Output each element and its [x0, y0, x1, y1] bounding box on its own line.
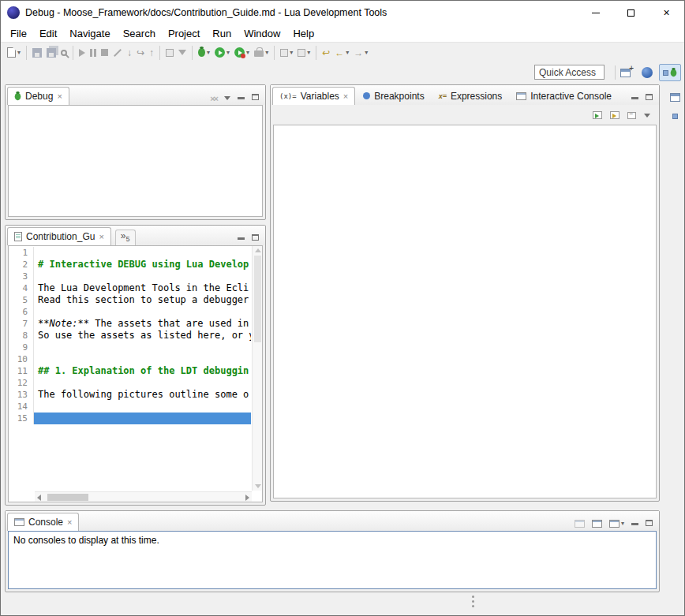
dropdown-icon[interactable]: ▾: [365, 49, 368, 56]
display-selected-console-icon[interactable]: [592, 520, 602, 528]
line-text[interactable]: Read this section to setup a debugger: [34, 294, 251, 306]
line-text[interactable]: The following pictures outline some o: [34, 389, 251, 401]
tab-contribution-guide[interactable]: Contribution_Gu ×: [7, 227, 111, 245]
tab-interactive-console[interactable]: Interactive Console: [510, 87, 618, 105]
maximize-view-icon[interactable]: [252, 94, 259, 100]
terminate-button[interactable]: [99, 44, 110, 62]
dropdown-icon[interactable]: ▾: [346, 49, 349, 56]
step-over-button[interactable]: ↪: [134, 44, 147, 62]
tab-debug[interactable]: Debug ×: [7, 87, 69, 105]
menu-navigate[interactable]: Navigate: [63, 26, 116, 41]
editor-line[interactable]: 5Read this section to setup a debugger: [9, 294, 251, 306]
open-console-button[interactable]: ▾: [609, 520, 624, 528]
tab-variables[interactable]: (x)= Variables ×: [272, 87, 355, 105]
line-text[interactable]: [34, 271, 251, 282]
line-text[interactable]: [34, 342, 251, 353]
dropdown-icon[interactable]: ▾: [226, 49, 230, 56]
menu-edit[interactable]: Edit: [33, 26, 63, 41]
scroll-right-icon[interactable]: [245, 495, 249, 501]
minimize-view-icon[interactable]: [238, 97, 245, 99]
editor-vertical-scrollbar[interactable]: [252, 246, 262, 491]
next-annotation-button[interactable]: ▾: [278, 44, 295, 62]
maximize-view-icon[interactable]: [646, 520, 653, 526]
tab-console[interactable]: Console ×: [7, 513, 79, 531]
show-type-names-icon[interactable]: [593, 111, 602, 119]
open-perspective-button[interactable]: [617, 64, 634, 81]
view-menu-icon[interactable]: [224, 96, 230, 100]
minimize-view-icon[interactable]: [631, 97, 638, 99]
line-text[interactable]: ## 1. Explanation of the LDT debuggin: [34, 365, 251, 377]
editor-horizontal-scrollbar[interactable]: [35, 491, 252, 502]
line-text[interactable]: The Lua Development Tools in the Ecli: [34, 282, 251, 294]
run-button[interactable]: ▾: [212, 44, 232, 62]
minimize-view-icon[interactable]: [238, 237, 245, 240]
close-button[interactable]: ×: [649, 1, 684, 24]
editor-line[interactable]: 9: [9, 342, 251, 353]
menu-window[interactable]: Window: [238, 26, 286, 41]
hidden-editors-chevron[interactable]: »5: [115, 230, 136, 245]
menu-run[interactable]: Run: [206, 26, 238, 41]
tab-close-icon[interactable]: ×: [67, 517, 72, 527]
line-text[interactable]: [34, 353, 251, 365]
scroll-left-icon[interactable]: [37, 495, 41, 501]
minimize-view-icon[interactable]: [631, 523, 638, 525]
maximize-view-icon[interactable]: [252, 234, 259, 241]
clear-console-icon[interactable]: [575, 520, 585, 528]
menu-file[interactable]: File: [4, 26, 33, 41]
maximize-view-icon[interactable]: [646, 94, 653, 100]
back-button[interactable]: ←▾: [332, 44, 351, 62]
horizontal-scroll-thumb[interactable]: [47, 494, 88, 501]
line-text[interactable]: **Note:** The assets that are used in: [34, 318, 251, 330]
dropdown-icon[interactable]: ▾: [290, 49, 293, 56]
minimize-button[interactable]: [578, 1, 613, 24]
save-all-button[interactable]: [44, 44, 58, 62]
new-wizard-button[interactable]: ▾: [5, 44, 23, 62]
collapse-all-icon[interactable]: [627, 112, 636, 119]
debug-button[interactable]: ▾: [196, 44, 212, 62]
dropdown-icon[interactable]: ▾: [265, 49, 268, 56]
editor-line[interactable]: 8So use the assets as listed here, or y: [9, 330, 251, 342]
search-button[interactable]: [58, 44, 69, 62]
disconnect-button[interactable]: [110, 44, 125, 62]
tab-breakpoints[interactable]: Breakpoints: [357, 87, 430, 105]
editor-line[interactable]: 6: [9, 306, 251, 318]
editor-line[interactable]: 13The following pictures outline some o: [9, 389, 251, 401]
tab-close-icon[interactable]: ×: [57, 91, 62, 101]
line-text[interactable]: [34, 401, 251, 413]
forward-button[interactable]: →▾: [351, 44, 370, 62]
remove-terminated-icon[interactable]: ××: [210, 94, 217, 103]
line-text[interactable]: # Interactive DEBUG using Lua Develop: [34, 259, 251, 271]
line-text[interactable]: [34, 247, 251, 259]
perspective-ldt-button[interactable]: [638, 64, 656, 81]
line-text[interactable]: [34, 306, 251, 318]
perspective-debug-button[interactable]: [659, 64, 681, 81]
tab-close-icon[interactable]: ×: [99, 232, 103, 241]
dropdown-icon[interactable]: ▾: [207, 49, 210, 56]
scroll-up-icon[interactable]: [255, 248, 261, 252]
editor-line[interactable]: 4The Lua Development Tools in the Ecli: [9, 282, 251, 294]
show-logical-structures-icon[interactable]: [610, 111, 619, 119]
sash-grip[interactable]: [472, 595, 474, 607]
dropdown-icon[interactable]: ▾: [17, 49, 21, 56]
previous-annotation-button[interactable]: ▾: [295, 44, 313, 62]
step-return-button[interactable]: ↑: [147, 44, 156, 62]
quick-access-button[interactable]: Quick Access: [534, 65, 605, 80]
save-button[interactable]: [30, 44, 44, 62]
maximize-button[interactable]: [613, 1, 649, 24]
menu-help[interactable]: Help: [286, 26, 320, 41]
editor-line[interactable]: 2# Interactive DEBUG using Lua Develop: [9, 259, 251, 271]
dropdown-icon[interactable]: ▾: [621, 520, 624, 527]
editor-line[interactable]: 12: [9, 377, 251, 389]
menu-search[interactable]: Search: [117, 26, 162, 41]
editor-content[interactable]: 1 2# Interactive DEBUG using Lua Develop…: [8, 245, 263, 502]
editor-line[interactable]: 11## 1. Explanation of the LDT debuggin: [9, 365, 251, 377]
view-menu-icon[interactable]: [644, 114, 650, 118]
current-line-highlight[interactable]: [34, 413, 251, 424]
tab-expressions[interactable]: x= Expressions: [432, 87, 509, 105]
dropdown-icon[interactable]: ▾: [246, 49, 249, 56]
dropdown-icon[interactable]: ▾: [307, 49, 310, 56]
last-edit-location-button[interactable]: ↩: [320, 44, 332, 62]
editor-line[interactable]: 7**Note:** The assets that are used in: [9, 318, 251, 330]
editor-line[interactable]: 15: [9, 413, 251, 424]
restore-view-button[interactable]: [667, 89, 683, 105]
